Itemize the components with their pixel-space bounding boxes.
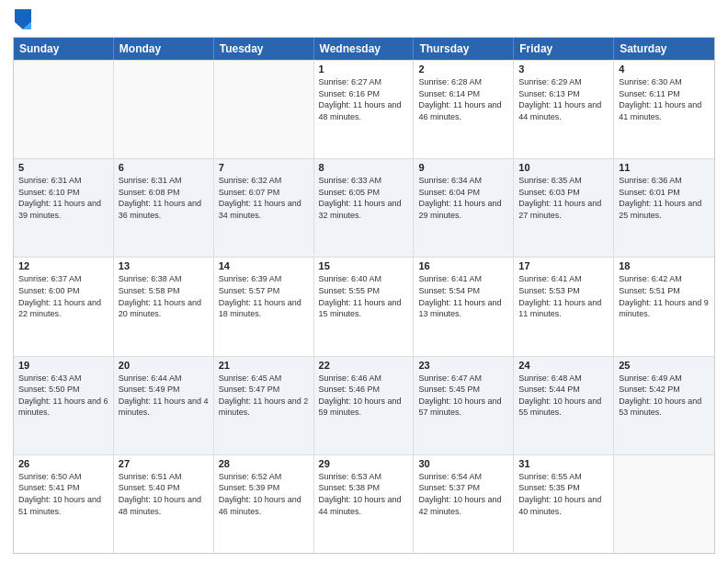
day-content: Sunrise: 6:43 AM Sunset: 5:50 PM Dayligh… — [18, 373, 108, 419]
day-number: 31 — [518, 458, 609, 469]
day-number: 14 — [219, 260, 309, 271]
calendar-cell: 30Sunrise: 6:54 AM Sunset: 5:37 PM Dayli… — [414, 455, 514, 553]
day-number: 5 — [18, 162, 108, 173]
day-number: 1 — [319, 63, 409, 75]
day-content: Sunrise: 6:40 AM Sunset: 5:55 PM Dayligh… — [319, 273, 409, 319]
calendar-cell: 31Sunrise: 6:55 AM Sunset: 5:35 PM Dayli… — [514, 455, 614, 553]
day-content: Sunrise: 6:55 AM Sunset: 5:35 PM Dayligh… — [518, 471, 609, 517]
day-content: Sunrise: 6:46 AM Sunset: 5:46 PM Dayligh… — [319, 373, 409, 419]
calendar-cell: 18Sunrise: 6:42 AM Sunset: 5:51 PM Dayli… — [614, 258, 714, 355]
day-content: Sunrise: 6:32 AM Sunset: 6:07 PM Dayligh… — [219, 175, 309, 221]
calendar-row-1: 1Sunrise: 6:27 AM Sunset: 6:16 PM Daylig… — [14, 60, 714, 158]
day-number: 3 — [518, 63, 609, 75]
day-number: 10 — [518, 162, 609, 173]
day-number: 4 — [619, 63, 710, 75]
calendar-cell — [114, 61, 214, 158]
day-number: 30 — [418, 458, 508, 469]
day-number: 21 — [219, 360, 309, 371]
logo — [13, 9, 35, 29]
calendar-cell: 28Sunrise: 6:52 AM Sunset: 5:39 PM Dayli… — [214, 455, 314, 553]
calendar-cell: 27Sunrise: 6:51 AM Sunset: 5:40 PM Dayli… — [114, 455, 214, 553]
calendar-cell: 12Sunrise: 6:37 AM Sunset: 6:00 PM Dayli… — [14, 258, 114, 355]
header-cell-thursday: Thursday — [414, 38, 514, 60]
day-number: 16 — [418, 260, 508, 271]
calendar-cell: 9Sunrise: 6:34 AM Sunset: 6:04 PM Daylig… — [414, 159, 514, 257]
day-number: 15 — [319, 260, 409, 271]
day-content: Sunrise: 6:53 AM Sunset: 5:38 PM Dayligh… — [319, 471, 409, 517]
day-number: 7 — [219, 162, 309, 173]
day-content: Sunrise: 6:30 AM Sunset: 6:11 PM Dayligh… — [619, 76, 710, 122]
day-number: 20 — [119, 360, 209, 371]
day-content: Sunrise: 6:39 AM Sunset: 5:57 PM Dayligh… — [219, 273, 309, 319]
calendar-cell: 17Sunrise: 6:41 AM Sunset: 5:53 PM Dayli… — [514, 258, 614, 355]
calendar-cell: 19Sunrise: 6:43 AM Sunset: 5:50 PM Dayli… — [14, 357, 114, 454]
calendar-cell: 13Sunrise: 6:38 AM Sunset: 5:58 PM Dayli… — [114, 258, 214, 355]
day-content: Sunrise: 6:50 AM Sunset: 5:41 PM Dayligh… — [18, 471, 108, 517]
calendar-row-3: 12Sunrise: 6:37 AM Sunset: 6:00 PM Dayli… — [14, 257, 714, 355]
calendar-cell: 6Sunrise: 6:31 AM Sunset: 6:08 PM Daylig… — [114, 159, 214, 257]
calendar-header: SundayMondayTuesdayWednesdayThursdayFrid… — [14, 38, 714, 60]
day-number: 24 — [518, 360, 609, 371]
day-content: Sunrise: 6:34 AM Sunset: 6:04 PM Dayligh… — [418, 175, 508, 221]
day-content: Sunrise: 6:54 AM Sunset: 5:37 PM Dayligh… — [418, 471, 508, 517]
calendar-cell: 24Sunrise: 6:48 AM Sunset: 5:44 PM Dayli… — [514, 357, 614, 454]
calendar-cell: 16Sunrise: 6:41 AM Sunset: 5:54 PM Dayli… — [414, 258, 514, 355]
day-content: Sunrise: 6:52 AM Sunset: 5:39 PM Dayligh… — [219, 471, 309, 517]
calendar-cell: 3Sunrise: 6:29 AM Sunset: 6:13 PM Daylig… — [514, 61, 614, 158]
header-cell-monday: Monday — [114, 38, 214, 60]
calendar-cell — [14, 61, 114, 158]
day-content: Sunrise: 6:36 AM Sunset: 6:01 PM Dayligh… — [619, 175, 710, 221]
day-number: 23 — [418, 360, 508, 371]
day-content: Sunrise: 6:42 AM Sunset: 5:51 PM Dayligh… — [619, 273, 710, 319]
day-content: Sunrise: 6:35 AM Sunset: 6:03 PM Dayligh… — [518, 175, 609, 221]
header-cell-wednesday: Wednesday — [314, 38, 415, 60]
calendar-cell: 29Sunrise: 6:53 AM Sunset: 5:38 PM Dayli… — [314, 455, 415, 553]
day-content: Sunrise: 6:45 AM Sunset: 5:47 PM Dayligh… — [219, 373, 309, 419]
calendar-cell: 11Sunrise: 6:36 AM Sunset: 6:01 PM Dayli… — [614, 159, 714, 257]
calendar-cell: 1Sunrise: 6:27 AM Sunset: 6:16 PM Daylig… — [314, 61, 415, 158]
calendar-cell: 20Sunrise: 6:44 AM Sunset: 5:49 PM Dayli… — [114, 357, 214, 454]
header-cell-saturday: Saturday — [614, 38, 714, 60]
day-content: Sunrise: 6:41 AM Sunset: 5:53 PM Dayligh… — [518, 273, 609, 319]
day-content: Sunrise: 6:47 AM Sunset: 5:45 PM Dayligh… — [418, 373, 508, 419]
calendar-row-2: 5Sunrise: 6:31 AM Sunset: 6:10 PM Daylig… — [14, 158, 714, 257]
calendar-cell: 8Sunrise: 6:33 AM Sunset: 6:05 PM Daylig… — [314, 159, 415, 257]
day-number: 6 — [119, 162, 209, 173]
day-content: Sunrise: 6:33 AM Sunset: 6:05 PM Dayligh… — [319, 175, 409, 221]
calendar-cell: 22Sunrise: 6:46 AM Sunset: 5:46 PM Dayli… — [314, 357, 415, 454]
calendar-row-4: 19Sunrise: 6:43 AM Sunset: 5:50 PM Dayli… — [14, 356, 714, 454]
day-content: Sunrise: 6:48 AM Sunset: 5:44 PM Dayligh… — [518, 373, 609, 419]
day-number: 18 — [619, 260, 710, 271]
day-content: Sunrise: 6:31 AM Sunset: 6:08 PM Dayligh… — [119, 175, 209, 221]
day-number: 13 — [119, 260, 209, 271]
day-number: 27 — [119, 458, 209, 469]
day-number: 12 — [18, 260, 108, 271]
day-content: Sunrise: 6:49 AM Sunset: 5:42 PM Dayligh… — [619, 373, 710, 419]
calendar-cell: 4Sunrise: 6:30 AM Sunset: 6:11 PM Daylig… — [614, 61, 714, 158]
day-content: Sunrise: 6:41 AM Sunset: 5:54 PM Dayligh… — [418, 273, 508, 319]
day-content: Sunrise: 6:31 AM Sunset: 6:10 PM Dayligh… — [18, 175, 108, 221]
day-number: 2 — [418, 63, 508, 75]
day-number: 26 — [18, 458, 108, 469]
day-number: 17 — [518, 260, 609, 271]
header — [13, 9, 715, 29]
calendar-body: 1Sunrise: 6:27 AM Sunset: 6:16 PM Daylig… — [14, 60, 714, 553]
day-content: Sunrise: 6:27 AM Sunset: 6:16 PM Dayligh… — [319, 76, 409, 122]
day-number: 29 — [319, 458, 409, 469]
day-content: Sunrise: 6:51 AM Sunset: 5:40 PM Dayligh… — [119, 471, 209, 517]
day-number: 22 — [319, 360, 409, 371]
calendar-cell: 23Sunrise: 6:47 AM Sunset: 5:45 PM Dayli… — [414, 357, 514, 454]
calendar-cell: 21Sunrise: 6:45 AM Sunset: 5:47 PM Dayli… — [214, 357, 314, 454]
calendar-cell: 10Sunrise: 6:35 AM Sunset: 6:03 PM Dayli… — [514, 159, 614, 257]
day-number: 25 — [619, 360, 710, 371]
day-number: 8 — [319, 162, 409, 173]
page: SundayMondayTuesdayWednesdayThursdayFrid… — [0, 0, 728, 563]
calendar-cell: 26Sunrise: 6:50 AM Sunset: 5:41 PM Dayli… — [14, 455, 114, 553]
day-content: Sunrise: 6:38 AM Sunset: 5:58 PM Dayligh… — [119, 273, 209, 319]
day-number: 9 — [418, 162, 508, 173]
calendar-cell: 5Sunrise: 6:31 AM Sunset: 6:10 PM Daylig… — [14, 159, 114, 257]
day-number: 19 — [18, 360, 108, 371]
calendar-cell — [214, 61, 314, 158]
calendar-cell — [614, 455, 714, 553]
day-number: 28 — [219, 458, 309, 469]
